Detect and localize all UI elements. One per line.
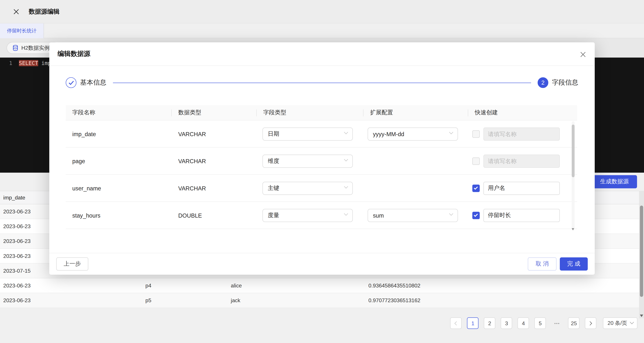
ext-config-select[interactable]: yyyy-MM-dd [368, 127, 458, 140]
field-row: stay_hours DOUBLE 度量 sum [66, 202, 577, 229]
select-value: sum [373, 212, 384, 218]
chevron-down-icon [344, 184, 348, 188]
quick-name-input[interactable] [483, 154, 560, 168]
chevron-right-icon [588, 321, 592, 325]
field-name: user_name [66, 185, 172, 191]
field-table-header: 字段名称 数据类型 字段类型 扩展配置 快速创建 [66, 105, 577, 121]
close-editor-icon[interactable] [12, 8, 20, 15]
table-row: 2023-06-23 p5 jack 0.9707723036513162 [0, 293, 639, 308]
generate-datasource-button[interactable]: 生成数据源 [592, 175, 637, 188]
ext-config-select[interactable]: sum [368, 209, 458, 222]
line-number: 1 [0, 60, 12, 66]
pagination-page-3[interactable]: 3 [501, 317, 512, 329]
quick-create-checkbox[interactable] [472, 157, 480, 165]
pagination-page-2[interactable]: 2 [484, 317, 496, 329]
app-root: 数据源编辑 停留时长统计 H2数据实例... 1 SELECT imp 生 [0, 0, 644, 343]
data-type: VARCHAR [172, 158, 257, 164]
tabbar: 停留时长统计 [0, 24, 644, 38]
cell: jack [231, 297, 368, 303]
column-header: 字段类型 [257, 105, 364, 120]
column-header: 快速创建 [468, 105, 577, 120]
data-type: VARCHAR [172, 131, 257, 137]
field-row: page VARCHAR 维度 [66, 148, 577, 175]
column-header: 字段名称 [66, 105, 172, 120]
pagination-bar: 1 2 3 4 5 ••• 25 20 条/页 [0, 315, 644, 343]
cell: 0.9707723036513162 [368, 297, 639, 303]
field-table: 字段名称 数据类型 字段类型 扩展配置 快速创建 imp_date VARCHA… [66, 105, 577, 229]
sql-code: SELECT imp [19, 60, 51, 66]
cancel-button[interactable]: 取 消 [528, 257, 556, 270]
tab-label: 停留时长统计 [7, 27, 36, 35]
cell: 2023-06-23 [0, 282, 146, 289]
quick-name-input[interactable] [483, 209, 560, 222]
step-field-info: 2 字段信息 [538, 77, 578, 88]
field-row: user_name VARCHAR 主键 [66, 175, 577, 202]
field-type-select[interactable]: 度量 [262, 209, 353, 222]
scrollbar-thumb[interactable] [572, 125, 574, 177]
topbar: 数据源编辑 [0, 0, 644, 24]
sql-keyword: SELECT [19, 60, 38, 66]
quick-create-checkbox[interactable] [472, 212, 480, 219]
sql-rest: imp [38, 60, 51, 66]
field-name: stay_hours [66, 212, 172, 218]
page-scrollbar[interactable] [639, 191, 644, 318]
modal-scrollbar[interactable] [572, 121, 574, 230]
chevron-down-icon [344, 130, 348, 134]
pagination-prev-button[interactable] [450, 317, 462, 329]
step-basic-info: 基本信息 [66, 77, 106, 88]
field-type-select[interactable]: 日期 [262, 127, 353, 140]
pagination: 1 2 3 4 5 ••• 25 20 条/页 [450, 317, 638, 329]
field-type-select[interactable]: 主键 [262, 181, 353, 195]
select-value: 主键 [268, 184, 280, 192]
modal-header: 编辑数据源 [49, 42, 595, 66]
quick-create-checkbox[interactable] [472, 184, 480, 192]
chevron-down-icon [344, 211, 348, 215]
table-row: 2023-06-23 p4 alice 0.9364586435510802 [0, 278, 639, 293]
field-type-select[interactable]: 维度 [262, 154, 353, 168]
pagination-page-1[interactable]: 1 [467, 317, 479, 329]
field-name: imp_date [66, 131, 172, 137]
quick-name-input[interactable] [483, 127, 560, 140]
pagination-ellipsis[interactable]: ••• [551, 317, 563, 329]
page-title: 数据源编辑 [29, 8, 60, 16]
cell: p5 [146, 297, 231, 303]
pagination-next-button[interactable] [585, 317, 596, 329]
check-icon [474, 186, 478, 190]
quick-create-checkbox[interactable] [472, 130, 480, 138]
page-size-value: 20 条/页 [608, 319, 627, 327]
step1-check-circle [66, 77, 76, 88]
tab-stay-duration[interactable]: 停留时长统计 [0, 24, 44, 38]
step-connector [113, 82, 531, 83]
modal-title: 编辑数据源 [58, 50, 90, 58]
pagination-page-4[interactable]: 4 [518, 317, 529, 329]
pagination-page-25[interactable]: 25 [568, 317, 580, 329]
cell: 0.9364586435510802 [368, 282, 639, 289]
datasource-name: H2数据实例... [21, 44, 54, 52]
data-type: DOUBLE [172, 212, 257, 218]
finish-button[interactable]: 完 成 [560, 257, 588, 270]
select-value: 维度 [268, 157, 280, 165]
step1-label: 基本信息 [80, 78, 106, 87]
page-size-select[interactable]: 20 条/页 [603, 317, 638, 329]
quick-name-input[interactable] [483, 181, 560, 195]
cell: 2023-06-23 [0, 297, 146, 303]
prev-step-button[interactable]: 上一步 [56, 257, 88, 270]
step2-number-circle: 2 [538, 77, 548, 88]
cell: alice [231, 282, 368, 289]
modal-close-icon[interactable] [580, 51, 587, 58]
cell: p4 [146, 282, 231, 289]
select-value: yyyy-MM-dd [373, 131, 404, 137]
chevron-down-icon [344, 157, 348, 161]
scroll-down-icon[interactable] [640, 314, 643, 317]
pagination-page-5[interactable]: 5 [534, 317, 546, 329]
edit-datasource-modal: 编辑数据源 基本信息 2 字段信息 字段名称 数据类型 字段类型 [49, 42, 595, 275]
steps: 基本信息 2 字段信息 [66, 77, 578, 88]
scrollbar-thumb[interactable] [640, 205, 643, 297]
select-value: 日期 [268, 130, 280, 138]
select-value: 度量 [268, 212, 280, 219]
chevron-down-icon [630, 320, 634, 324]
scroll-down-icon[interactable] [572, 228, 574, 230]
chevron-down-icon [449, 211, 453, 215]
column-header: 数据类型 [172, 105, 257, 120]
field-name: page [66, 158, 172, 164]
